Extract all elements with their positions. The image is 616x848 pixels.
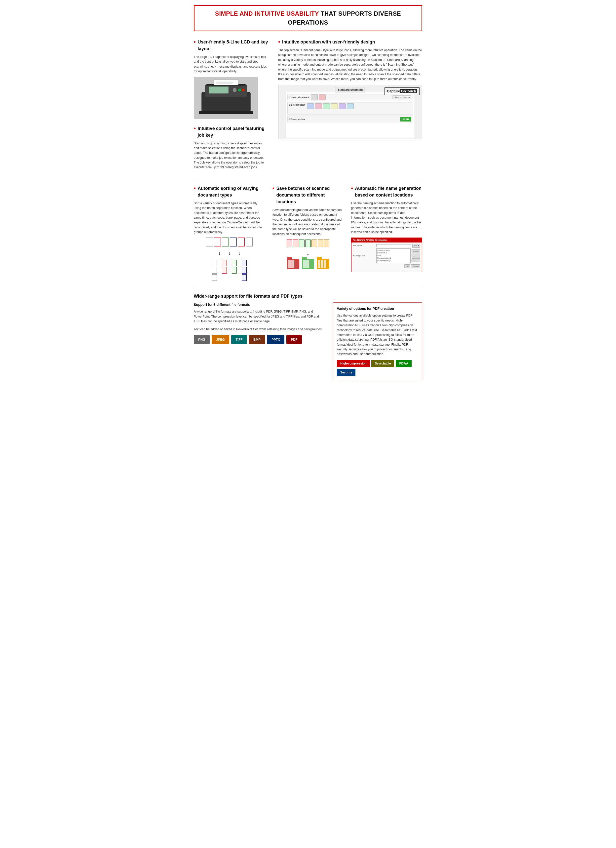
section3: • Automatic sorting of varying document … <box>194 185 422 281</box>
bottom-two-col: Support for 6 different file formats A w… <box>194 302 422 380</box>
ss-out-1 <box>307 103 314 109</box>
col-filename: • Automatic file name generation based o… <box>351 185 422 281</box>
fd6 <box>321 260 323 268</box>
ss-icon-text <box>311 95 318 100</box>
ss-out-2 <box>315 103 322 109</box>
dialog-label-naming: Naming items <box>353 254 375 257</box>
doc-item-1 <box>287 240 292 247</box>
naming-item-1: Document name <box>377 249 410 252</box>
svg-point-6 <box>242 89 245 92</box>
screenshot-content: 1 Select document + New document ▾ 2 Sel… <box>286 92 415 138</box>
ss-row-2: 2 Select output <box>287 102 413 114</box>
ss-out-6 <box>347 103 354 109</box>
col-sorting: • Automatic sorting of varying document … <box>194 185 265 281</box>
divider-2 <box>194 287 422 287</box>
arrow-down-2: ↓ <box>228 249 231 257</box>
doc-page-4 <box>230 237 237 246</box>
pdf-options-box: Variety of options for PDF creation Use … <box>333 302 422 380</box>
mini-g1 <box>232 260 237 266</box>
bullet-dot-4: • <box>194 185 196 191</box>
folder-docs-2 <box>303 260 313 268</box>
scan-button[interactable]: SCAN <box>400 117 412 122</box>
pdf-badges: High-compression Searchable PDF/A Securi… <box>337 360 418 376</box>
body-batches: Save documents grouped via the batch sep… <box>272 208 344 237</box>
ss-label-2: 2 Select output <box>289 103 305 107</box>
body-formats-1: A wide range of file formats are support… <box>194 309 326 324</box>
scanner-image <box>194 77 258 119</box>
fd3 <box>303 260 306 268</box>
dialog-row-3: OK Cancel <box>353 264 420 268</box>
divider-1 <box>194 179 422 179</box>
format-badges: PNG JPEG TIFF BMP PPTX PDF <box>194 335 326 344</box>
naming-item-2: Document ID <box>377 252 410 254</box>
heading-control-panel: • Intuitive control panel featuring job … <box>194 125 268 139</box>
dialog-field-filename[interactable] <box>376 244 411 247</box>
bullet-dot-3: • <box>278 39 280 45</box>
dialog-cancel-btn[interactable]: Cancel <box>411 264 420 268</box>
ss-out-4 <box>331 103 338 109</box>
badge-jpeg: JPEG <box>212 335 229 344</box>
mini-b1 <box>242 260 247 266</box>
body-control-panel: Start and stop scanning, check display m… <box>194 141 268 170</box>
ontouch-text: OnTouch <box>400 89 417 93</box>
mini-3 <box>212 274 217 281</box>
heading-filename: • Automatic file name generation based o… <box>351 185 422 199</box>
group-red <box>222 260 227 274</box>
output-groups <box>212 260 247 281</box>
body-pdf: Use the various available option setting… <box>337 313 418 357</box>
dialog-add-btn[interactable]: Add ▾ <box>412 244 420 248</box>
mini-b2 <box>242 267 247 274</box>
svg-rect-3 <box>209 86 228 93</box>
dialog-title: File Naming / Folder destination <box>351 238 422 243</box>
ss-out-3 <box>323 103 330 109</box>
header-title: SIMPLE AND INTUITIVE USABILITY THAT SUPP… <box>200 9 416 27</box>
folder-diagram: ↓ <box>272 240 344 269</box>
bullet-dot-1: • <box>194 39 196 45</box>
dialog-delete-btn[interactable]: Delete <box>412 249 420 254</box>
fd4 <box>306 260 309 268</box>
heading-sorting-text: Automatic sorting of varying document ty… <box>198 185 265 199</box>
dialog-down-btn[interactable]: ▼ <box>412 258 420 262</box>
body-formats-2: Text can be added or edited in PowerPoin… <box>194 327 326 332</box>
bullet-dot-2: • <box>194 125 196 132</box>
ss-out-5 <box>339 103 346 109</box>
doc-item-5 <box>311 240 317 247</box>
doc-item-7 <box>324 240 329 247</box>
mini-2 <box>212 267 217 274</box>
folder-green <box>302 259 314 269</box>
dialog-row-1: File name Add ▾ <box>353 244 420 248</box>
dialog-up-btn[interactable]: ▲ <box>412 254 420 258</box>
docs-row <box>287 240 329 247</box>
heading-lcd: • User-friendly 5-Line LCD and key layou… <box>194 39 268 52</box>
fd7 <box>324 260 326 268</box>
ss-new-doc-btn: + New document ▾ <box>392 95 411 99</box>
ss-icons-1 <box>311 95 326 100</box>
dialog-ok-btn[interactable]: OK <box>404 264 410 268</box>
fd2 <box>291 260 294 268</box>
folder-group-2 <box>302 259 314 269</box>
dialog-action-btns: Delete ▲ ▼ <box>412 249 420 262</box>
body-sorting: Sort a variety of document types automat… <box>194 201 265 235</box>
big-arrow-down: ↓ <box>307 249 309 257</box>
folder-yellow <box>317 259 329 269</box>
mini-1 <box>212 260 217 266</box>
badge-tiff: TIFF <box>231 335 247 344</box>
naming-item-5: Character string 2 <box>377 259 410 262</box>
doc-item-2 <box>293 240 298 247</box>
input-stack <box>206 237 253 246</box>
section1: • User-friendly 5-Line LCD and key layou… <box>194 39 422 173</box>
naming-item-4: Character string 1 <box>377 257 410 259</box>
arrow-down-1: ↓ <box>218 249 221 257</box>
heading-sorting: • Automatic sorting of varying document … <box>194 185 265 199</box>
sort-diagram: ↓ ↓ ↓ <box>194 237 265 281</box>
section4-heading: Wider-range support for file formats and… <box>194 293 422 299</box>
ss-row-3: 3 Select action SCAN <box>287 116 413 123</box>
body-lcd: The large LCD capable of displaying five… <box>194 55 268 74</box>
group-blue <box>242 260 247 281</box>
dialog-list-naming[interactable]: Document name Document ID Date Character… <box>376 249 410 263</box>
badge-security: Security <box>337 369 355 376</box>
bullet-dot-5: • <box>272 185 274 191</box>
pdf-options-heading: Variety of options for PDF creation <box>337 306 418 311</box>
doc-item-4 <box>305 240 311 247</box>
fd5 <box>318 260 320 268</box>
